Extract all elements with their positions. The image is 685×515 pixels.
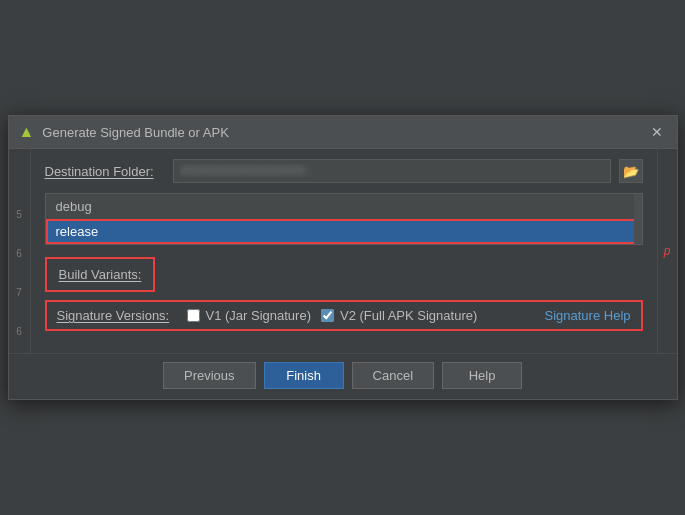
v1-checkbox-group: V1 (Jar Signature) bbox=[187, 308, 312, 323]
dropdown-scrollbar[interactable] bbox=[634, 194, 642, 244]
signature-versions-label: Signature Versions: bbox=[57, 308, 177, 323]
v2-checkbox-group: V2 (Full APK Signature) bbox=[321, 308, 477, 323]
button-bar: Previous Finish Cancel Help bbox=[9, 353, 677, 399]
build-variants-label: Build Variants: bbox=[59, 267, 142, 282]
v2-checkbox[interactable] bbox=[321, 309, 334, 322]
left-gutter: 5 6 7 6 bbox=[9, 149, 31, 353]
dialog-body: 5 6 7 6 Destination Folder: 📂 debug bbox=[9, 149, 677, 353]
gutter-num-6b: 6 bbox=[16, 326, 22, 337]
build-variants-box: Build Variants: bbox=[45, 257, 156, 292]
signature-versions-row: Signature Versions: V1 (Jar Signature) V… bbox=[45, 300, 643, 331]
gutter-num-5: 5 bbox=[16, 209, 22, 220]
dialog-title: Generate Signed Bundle or APK bbox=[42, 125, 638, 140]
dialog: ▲ Generate Signed Bundle or APK ✕ 5 6 7 … bbox=[8, 115, 678, 400]
android-icon: ▲ bbox=[19, 123, 35, 141]
cancel-button[interactable]: Cancel bbox=[352, 362, 434, 389]
signature-help-link[interactable]: Signature Help bbox=[545, 308, 631, 323]
build-type-dropdown[interactable]: debug release bbox=[45, 193, 643, 245]
folder-icon: 📂 bbox=[623, 164, 639, 179]
dropdown-item-release[interactable]: release bbox=[46, 219, 642, 244]
destination-folder-row: Destination Folder: 📂 bbox=[45, 159, 643, 183]
v1-checkbox[interactable] bbox=[187, 309, 200, 322]
help-button[interactable]: Help bbox=[442, 362, 522, 389]
destination-folder-input[interactable] bbox=[173, 159, 611, 183]
right-gutter-p: p bbox=[664, 244, 671, 258]
gutter-num-6: 6 bbox=[16, 248, 22, 259]
previous-button[interactable]: Previous bbox=[163, 362, 256, 389]
title-bar: ▲ Generate Signed Bundle or APK ✕ bbox=[9, 116, 677, 149]
main-content: Destination Folder: 📂 debug release Buil… bbox=[31, 149, 657, 353]
dropdown-item-debug[interactable]: debug bbox=[46, 194, 642, 219]
v2-label: V2 (Full APK Signature) bbox=[340, 308, 477, 323]
close-button[interactable]: ✕ bbox=[647, 122, 667, 142]
right-gutter: p bbox=[657, 149, 677, 353]
folder-browse-button[interactable]: 📂 bbox=[619, 159, 643, 183]
finish-button[interactable]: Finish bbox=[264, 362, 344, 389]
gutter-num-7: 7 bbox=[16, 287, 22, 298]
destination-folder-label: Destination Folder: bbox=[45, 164, 165, 179]
v1-label: V1 (Jar Signature) bbox=[206, 308, 312, 323]
